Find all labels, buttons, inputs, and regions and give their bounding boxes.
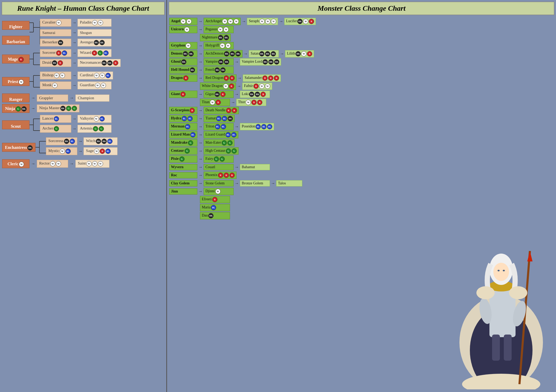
arrow: → [31, 96, 35, 100]
arrow: → [78, 149, 82, 154]
badge-bk: BK [21, 106, 27, 112]
final-valkyrie: ValkyrieWBL [78, 115, 111, 123]
source-scout: Scout [2, 120, 29, 129]
badge-g: G [54, 126, 59, 131]
monster-talos: Talos [276, 180, 302, 186]
monster-white-dragon: White DragonWR [200, 83, 236, 90]
monster-lizardman: Lizard ManBL [169, 131, 197, 138]
badge-w: W [50, 161, 55, 166]
scout-section: Scout LancerBL → ValkyrieWBL [2, 114, 164, 135]
arrow: → [72, 30, 76, 35]
monster-demon: DemonBKBK [169, 50, 197, 57]
monster-holygriff: HolygriffWW [204, 42, 234, 49]
left-title: Rune Knight – Human Class Change Chart [2, 2, 165, 15]
arrow: → [72, 20, 76, 25]
svg-point-40 [476, 286, 495, 299]
right-panel: Monster Class Change Chart AngelWW → Arc… [167, 0, 556, 392]
badge-bk: BK [27, 145, 33, 150]
ninja-section: NinjaGBK → Ninja MasterBKGG [2, 104, 164, 113]
monster-centaur: CentaurG [169, 147, 197, 155]
monster-bahamut: Bahamut [240, 164, 270, 170]
monster-row-gscorpion: G-ScorpionR → Death NeedleRR [169, 107, 554, 114]
final-sage: SageWRBL [84, 147, 117, 155]
badge-bk: BK [107, 60, 113, 66]
monster-archdemon: ArchDemonBKBKBK [204, 50, 242, 57]
badge-bk: BK [99, 40, 105, 45]
monster-thor: ThorWRR [236, 99, 266, 106]
monster-row-roc: Roc → PhoenixRRR [169, 172, 554, 179]
arrow: → [72, 51, 76, 55]
monster-hellhound: Hell HoundBK [169, 66, 197, 74]
monster-phoenix: PhoenixRRR [204, 172, 236, 179]
source-barbarian: Barbarian [2, 36, 29, 45]
badge-bk: BK [64, 139, 69, 144]
final-guardian: GuardianWW [78, 81, 111, 89]
branch-lancer: LancerBL [40, 115, 71, 123]
badge-g: G [16, 106, 21, 112]
monster-row-dragon: DragonR → Red DragonRR → SalamanderRRR [169, 74, 554, 82]
badge-g: G [99, 126, 104, 131]
arrow: → [70, 96, 74, 100]
bracket-enchantress [36, 137, 46, 158]
monster-angel: AngelWW [169, 18, 197, 25]
mage-section: MageR SorcererRBL → WizardRGBL [2, 49, 164, 69]
monster-row-hellhound: Hell HoundBK → FenrilBKBK [169, 66, 554, 74]
badge-bl: BL [103, 50, 109, 56]
monster-fafnir: FafnirRWW [242, 83, 272, 90]
badge-bl: BL [107, 139, 113, 144]
monster-row-lizardman: Lizard ManBL → Lizard GuardBLBL [169, 131, 554, 138]
bracket-scout [29, 114, 40, 135]
badge-w: W [100, 73, 105, 78]
monster-poseidon: PoseidonBLBLBL [240, 123, 274, 130]
source-ranger: Ranger [2, 93, 29, 102]
badge-g: G [66, 106, 71, 111]
arrow: → [72, 126, 76, 131]
badge-w: W [95, 83, 100, 88]
arrow: → [72, 40, 76, 45]
final-avenger: AvengerBKBK [78, 39, 111, 46]
arrow: → [70, 161, 74, 166]
right-title: Monster Class Change Chart [169, 2, 554, 15]
branch-sorceress: SorceressBKBL [46, 137, 77, 145]
arrow: → [72, 83, 76, 88]
badge-g: G [98, 50, 103, 56]
monster-lizardguard: Lizard GuardBLBL [204, 131, 238, 138]
monster-row-ghoul: GhoulBK → VampireBKBK → Vampire LordBKBK… [169, 58, 554, 66]
branch-ninja-master: Ninja MasterBKGG [37, 104, 79, 112]
monster-merman: MermanBL [169, 123, 197, 130]
badge-r: R [58, 60, 63, 66]
monster-wyvern: Wyvern [169, 164, 197, 170]
badge-w: W [54, 73, 59, 78]
badge-bl: BL [54, 116, 59, 121]
final-witch: WitchBKBKBL [84, 137, 117, 145]
badge-g: G [72, 106, 77, 111]
badge-w: W [86, 161, 92, 166]
monster-satan: SatanBKBKBK [249, 50, 279, 57]
badge-w: W [94, 73, 99, 78]
monster-row-efreeti: EfreetiR [169, 196, 554, 203]
monster-row-jinn: Jinn → DjinniW [169, 188, 554, 195]
final-artemis: ArtemisGG [78, 125, 111, 133]
final-champion: Champion [75, 95, 109, 102]
monster-row-clay-golem: Clay Golem → Stone Golem → Bronze Golem … [169, 180, 554, 187]
bracket-priest [29, 71, 40, 92]
monster-jinn: Jinn [169, 188, 197, 195]
monster-fenril: FenrilBKBK [204, 66, 234, 74]
monster-salamander: SalamanderRRR [243, 74, 281, 82]
svg-rect-38 [492, 335, 500, 361]
main-container: Rune Knight – Human Class Change Chart F… [0, 0, 556, 392]
badge-bl: BL [105, 149, 111, 154]
badge-w: W [60, 73, 65, 78]
monster-loki: LokiBKBKR [240, 91, 270, 98]
badge-w: W [60, 149, 65, 154]
monster-clay-golem: Clay Golem [169, 180, 197, 186]
monster-row-demon: DemonBKBK → ArchDemonBKBKBK → SatanBKBKB… [169, 50, 554, 57]
monster-unicorn: UnicornW [169, 26, 197, 33]
badge-w: W [98, 20, 103, 25]
badge-bl: BL [62, 50, 67, 56]
badge-w: W [56, 20, 61, 25]
source-ninja: NinjaGBK [2, 104, 29, 113]
badge-bk: BK [58, 40, 63, 45]
arrow: → [31, 161, 35, 166]
source-priest: PriestW [2, 77, 29, 86]
